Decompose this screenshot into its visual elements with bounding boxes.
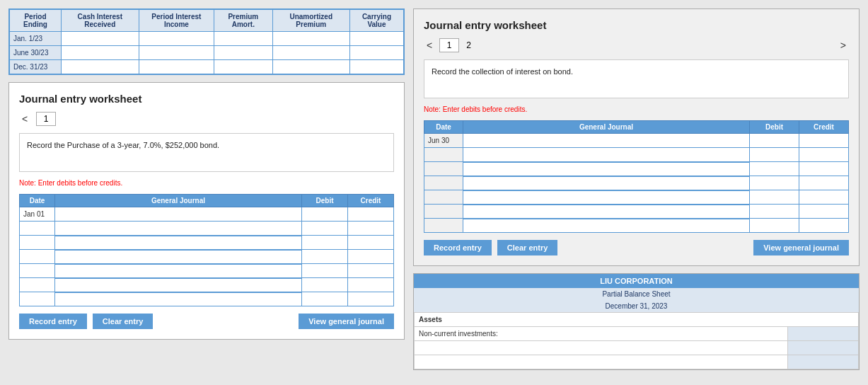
cell-cash-dec[interactable] bbox=[61, 60, 139, 74]
cell-period-dec[interactable] bbox=[139, 60, 214, 74]
rj-journal-1[interactable] bbox=[463, 148, 750, 162]
bs-amount-1[interactable] bbox=[788, 341, 859, 355]
rj-journal-6[interactable] bbox=[463, 219, 750, 233]
lj-debit-3[interactable] bbox=[302, 250, 348, 264]
lj-credit-3[interactable] bbox=[348, 250, 394, 264]
cell-period-jan[interactable] bbox=[139, 32, 214, 46]
rj-journal-0[interactable] bbox=[463, 134, 750, 148]
row-label-jan: Jan. 1/23 bbox=[10, 32, 62, 46]
rj-journal-5[interactable] bbox=[463, 205, 750, 219]
table-row bbox=[20, 292, 394, 306]
lj-credit-5[interactable] bbox=[348, 278, 394, 292]
right-clear-entry-button[interactable]: Clear entry bbox=[497, 240, 557, 255]
header-period-interest: Period Interest Income bbox=[139, 10, 214, 32]
lj-journal-1[interactable] bbox=[55, 222, 302, 236]
rj-debit-5[interactable] bbox=[750, 205, 799, 219]
lj-debit-5[interactable] bbox=[302, 278, 348, 292]
period-table: Period Ending Cash Interest Received Per… bbox=[9, 9, 404, 74]
left-page-number: 1 bbox=[36, 112, 56, 126]
bs-noncurrent-amount[interactable] bbox=[788, 327, 859, 341]
left-journal-worksheet: Journal entry worksheet < 1 Record the P… bbox=[8, 82, 405, 340]
rj-credit-0[interactable] bbox=[799, 134, 849, 148]
rj-debit-2[interactable] bbox=[750, 162, 799, 176]
lj-debit-2[interactable] bbox=[302, 236, 348, 250]
rj-date-3 bbox=[424, 176, 463, 190]
lj-date-0: Jan 01 bbox=[20, 207, 55, 222]
bs-assets-label: Assets bbox=[415, 313, 859, 327]
rj-debit-6[interactable] bbox=[750, 219, 799, 233]
rj-credit-4[interactable] bbox=[799, 190, 849, 205]
lj-journal-4[interactable] bbox=[55, 264, 302, 278]
lj-credit-4[interactable] bbox=[348, 264, 394, 278]
lj-journal-2[interactable] bbox=[55, 236, 302, 250]
rj-debit-3[interactable] bbox=[750, 176, 799, 190]
lj-date-2 bbox=[20, 236, 55, 250]
bs-amount-2[interactable] bbox=[788, 355, 859, 369]
left-view-journal-button[interactable]: View general journal bbox=[299, 314, 394, 329]
cell-prem-june[interactable] bbox=[214, 46, 272, 60]
right-view-journal-button[interactable]: View general journal bbox=[753, 240, 849, 255]
cell-unamort-jan[interactable] bbox=[272, 32, 349, 46]
cell-prem-dec[interactable] bbox=[214, 60, 272, 74]
lj-credit-1[interactable] bbox=[348, 222, 394, 236]
header-premium-amort: Premium Amort. bbox=[214, 10, 272, 32]
row-label-dec: Dec. 31/23 bbox=[10, 60, 62, 74]
cell-cash-jan[interactable] bbox=[61, 32, 139, 46]
lj-journal-6[interactable] bbox=[55, 292, 302, 306]
rj-credit-1[interactable] bbox=[799, 148, 849, 162]
lj-debit-1[interactable] bbox=[302, 222, 348, 236]
rj-journal-4[interactable] bbox=[463, 190, 750, 205]
bs-noncurrent-row: Non-current investments: bbox=[415, 327, 859, 341]
lj-date-5 bbox=[20, 278, 55, 292]
right-note: Note: Enter debits before credits. bbox=[424, 105, 849, 113]
rj-journal-2[interactable] bbox=[463, 162, 750, 176]
left-note: Note: Enter debits before credits. bbox=[19, 179, 394, 187]
left-buttons-row: Record entry Clear entry View general jo… bbox=[19, 314, 394, 329]
header-cash-interest: Cash Interest Received bbox=[61, 10, 139, 32]
rj-debit-1[interactable] bbox=[750, 148, 799, 162]
cell-unamort-dec[interactable] bbox=[272, 60, 349, 74]
cell-prem-jan[interactable] bbox=[214, 32, 272, 46]
lj-date-1 bbox=[20, 222, 55, 236]
right-page-number: 1 bbox=[439, 38, 459, 52]
cell-carry-june[interactable] bbox=[349, 46, 403, 60]
right-prev-btn[interactable]: < bbox=[424, 38, 435, 52]
left-worksheet-title: Journal entry worksheet bbox=[19, 93, 394, 105]
left-prev-btn[interactable]: < bbox=[19, 112, 30, 126]
rj-journal-3[interactable] bbox=[463, 176, 750, 190]
lj-journal-5[interactable] bbox=[55, 278, 302, 292]
table-row bbox=[424, 162, 849, 176]
lj-debit-4[interactable] bbox=[302, 264, 348, 278]
lj-date-3 bbox=[20, 250, 55, 264]
cell-carry-dec[interactable] bbox=[349, 60, 403, 74]
table-row bbox=[20, 250, 394, 264]
table-row: June 30/23 bbox=[10, 46, 404, 60]
rj-credit-2[interactable] bbox=[799, 162, 849, 176]
right-next-btn[interactable]: > bbox=[838, 38, 849, 52]
bs-assets-row: Assets bbox=[415, 313, 859, 327]
cell-period-june[interactable] bbox=[139, 46, 214, 60]
left-record-entry-button[interactable]: Record entry bbox=[19, 314, 87, 329]
cell-unamort-june[interactable] bbox=[272, 46, 349, 60]
right-record-entry-button[interactable]: Record entry bbox=[424, 240, 492, 255]
right-journal-worksheet: Journal entry worksheet < 1 2 > Record t… bbox=[413, 8, 860, 266]
rj-debit-4[interactable] bbox=[750, 190, 799, 205]
lj-debit-6[interactable] bbox=[302, 292, 348, 306]
lj-credit-0[interactable] bbox=[348, 207, 394, 222]
left-clear-entry-button[interactable]: Clear entry bbox=[93, 314, 153, 329]
lj-debit-0[interactable] bbox=[302, 207, 348, 222]
rj-credit-3[interactable] bbox=[799, 176, 849, 190]
bs-company-name: LIU CORPORATION bbox=[414, 274, 859, 288]
bs-label-1 bbox=[415, 341, 788, 355]
lj-credit-6[interactable] bbox=[348, 292, 394, 306]
cell-carry-jan[interactable] bbox=[349, 32, 403, 46]
lj-journal-3[interactable] bbox=[55, 250, 302, 264]
right-nav-row: < 1 2 > bbox=[424, 38, 849, 52]
header-unamortized: Unamortized Premium bbox=[272, 10, 349, 32]
lj-credit-2[interactable] bbox=[348, 236, 394, 250]
cell-cash-june[interactable] bbox=[61, 46, 139, 60]
rj-debit-0[interactable] bbox=[750, 134, 799, 148]
rj-credit-5[interactable] bbox=[799, 205, 849, 219]
lj-journal-0[interactable] bbox=[55, 207, 302, 222]
rj-credit-6[interactable] bbox=[799, 219, 849, 233]
